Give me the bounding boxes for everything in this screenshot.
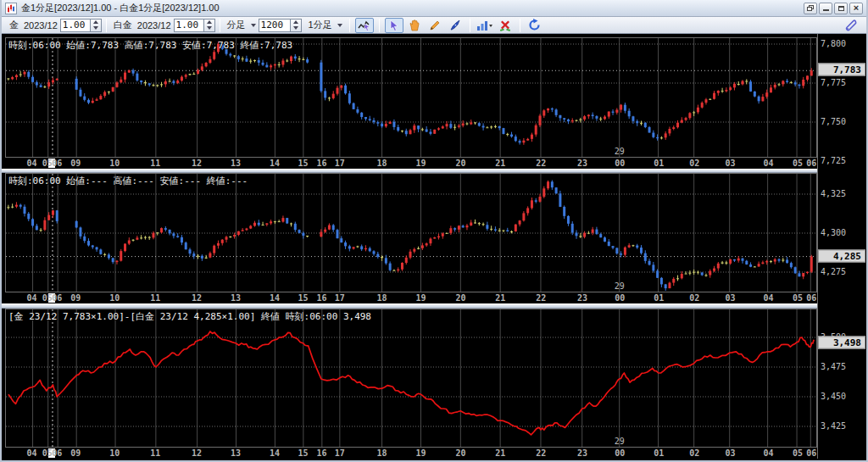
gold-contract-month[interactable]: 2023/12 [24, 20, 58, 31]
x-axis-label: 02 [689, 293, 699, 303]
x-axis-label: 23 [577, 448, 587, 458]
x-axis-label: 19 [415, 448, 426, 458]
toolbar-separator [379, 19, 380, 32]
x-axis-label: 21 [495, 159, 505, 168]
date-change-label: 29 [615, 281, 625, 291]
x-axis-label: 13 [231, 293, 241, 303]
x-axis-label: 05 [793, 448, 803, 458]
chart-cursor-tool-button[interactable] [355, 18, 374, 33]
pencil-tool-button[interactable] [426, 18, 444, 33]
chart-type-button[interactable] [476, 18, 494, 33]
price-axis-column[interactable] [817, 34, 866, 459]
x-axis-label: 16 [317, 159, 327, 168]
gold-candle-chart[interactable]: 29 時刻:06:00 始値:7,783 高値:7,783 安値:7,783 終… [5, 37, 817, 158]
minimize-button[interactable] [819, 3, 832, 14]
x-axis-label: 10 [109, 159, 120, 168]
x-axis-label: 18 [376, 293, 387, 303]
x-axis-label: 06 [52, 159, 62, 168]
settings-button[interactable] [842, 18, 860, 33]
platinum-candle-chart[interactable]: 29 時刻:06:00 始値:--- 高値:--- 安値:--- 終値:--- [5, 173, 817, 292]
x-axis-label: 21 [495, 293, 505, 303]
interval-dropdown-label[interactable]: 1分足 [309, 19, 332, 31]
x-axis-label: 05 [42, 293, 53, 303]
select-tool-button[interactable] [385, 18, 403, 33]
x-axis-label: 01 [654, 159, 664, 168]
close-button[interactable]: × [849, 3, 863, 14]
x-axis-label: 01 [654, 293, 664, 303]
interval-dropdown[interactable] [335, 19, 345, 31]
gold-multiplier-input[interactable] [60, 19, 91, 32]
x-axis-label: 13 [231, 159, 241, 168]
restore-icon [807, 5, 814, 11]
x-axis-label: 05 [793, 159, 803, 168]
window-title: 金1分足[2023/12]1.00 - 白金1分足[2023/12]1.00 [21, 2, 220, 14]
x-axis-label: 19 [415, 293, 426, 303]
x-axis-label: 06 [806, 293, 816, 303]
x-axis-label: 01 [654, 448, 664, 458]
x-axis-label: 00 [615, 448, 625, 458]
x-axis-label: 04 [763, 293, 773, 303]
select-arrow-icon [389, 19, 399, 31]
spin-down-icon [207, 26, 212, 30]
period-type-dropdown-label[interactable]: 分足 [227, 19, 246, 31]
chevron-down-icon [337, 24, 342, 27]
x-axis-label: 15 [298, 293, 309, 303]
x-axis-label: 18 [376, 159, 387, 168]
minimize-icon [823, 5, 829, 11]
x-axis-label: 23 [577, 293, 587, 303]
platinum-multiplier-spinner[interactable] [204, 19, 215, 32]
x-axis-label: 11 [150, 293, 160, 303]
hand-pan-tool-button[interactable] [405, 18, 424, 33]
x-axis-label: 09 [70, 159, 81, 168]
refresh-button[interactable] [526, 18, 544, 33]
x-axis-label: 13 [231, 448, 241, 458]
bar-count-spinner[interactable] [291, 19, 302, 32]
gold-time-axis: 0405060910111213141516171819202122230001… [5, 158, 817, 169]
spin-down-icon [293, 26, 298, 30]
x-axis-label: 20 [455, 159, 465, 168]
spread-line-chart[interactable]: 29 [金 23/12 7,783×1.00]-[白金 23/12 4,285×… [5, 309, 817, 448]
spin-up-icon [293, 20, 298, 24]
platinum-contract-month[interactable]: 2023/12 [137, 20, 171, 31]
x-axis-label: 12 [192, 293, 202, 303]
delete-x-icon [499, 19, 511, 31]
platinum-multiplier-input[interactable] [174, 19, 204, 32]
maximize-icon [838, 6, 844, 11]
x-axis-label: 09 [70, 293, 81, 303]
title-bar[interactable]: 金1分足[2023/12]1.00 - 白金1分足[2023/12]1.00 × [2, 0, 866, 17]
delete-drawing-button[interactable] [496, 18, 515, 33]
settings-wrench-icon [845, 19, 857, 31]
x-axis-label: 14 [270, 293, 280, 303]
spin-up-icon [93, 20, 98, 24]
pen-tool-button[interactable] [446, 18, 465, 33]
x-axis-label: 10 [109, 448, 120, 458]
x-axis-label: 18 [376, 448, 387, 458]
x-axis-label: 05 [42, 159, 53, 168]
x-axis-label: 12 [192, 159, 202, 168]
candlestick-app-icon [5, 3, 17, 14]
x-axis-label: 06 [52, 448, 62, 458]
x-axis-label: 05 [42, 448, 53, 458]
toolbar-separator [470, 19, 470, 32]
x-axis-label: 20 [455, 448, 465, 458]
toolbar-separator [106, 19, 107, 32]
x-axis-label: 00 [615, 159, 625, 168]
spread-time-axis: 0405060910111213141516171819202122230001… [5, 448, 817, 459]
chevron-down-icon [251, 24, 256, 27]
spin-down-icon [93, 26, 98, 30]
x-axis-label: 04 [763, 448, 773, 458]
bar-chart-icon [476, 19, 493, 31]
maximize-button[interactable] [834, 3, 848, 14]
bar-count-input[interactable] [259, 19, 291, 32]
x-axis-label: 11 [150, 448, 160, 458]
x-axis-label: 00 [615, 293, 625, 303]
x-axis-label: 19 [415, 159, 426, 168]
restore-window-button[interactable] [804, 3, 817, 14]
gold-multiplier-spinner[interactable] [91, 19, 102, 32]
period-type-dropdown[interactable] [248, 19, 259, 31]
x-axis-label: 22 [536, 448, 546, 458]
pen-icon [449, 19, 461, 31]
chart-cursor-icon [358, 19, 371, 31]
x-axis-label: 09 [70, 448, 81, 458]
x-axis-label: 02 [689, 159, 699, 168]
